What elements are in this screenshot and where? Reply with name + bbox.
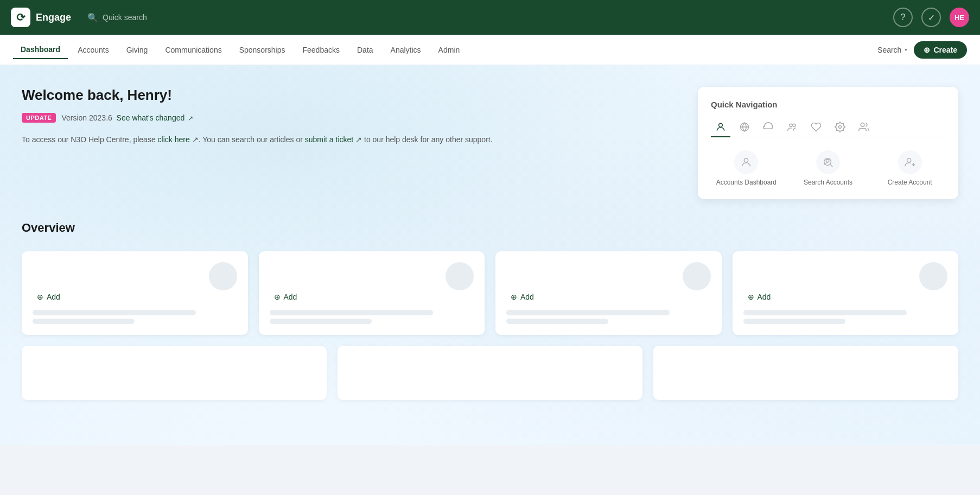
add-label: Add: [758, 293, 771, 301]
avatar-initials: HE: [954, 14, 964, 22]
nav-right: Search ▾ ⊕ Create: [877, 41, 967, 59]
dashboard-card-4: ⊕ Add: [733, 251, 959, 335]
accounts-dashboard-icon: [734, 150, 758, 174]
qn-item-create-account-label: Create Account: [888, 179, 932, 186]
svg-point-2: [790, 124, 792, 126]
dashboard-card-3: ⊕ Add: [495, 251, 722, 335]
card-line: [506, 310, 670, 315]
logo-box: ⟳: [11, 8, 30, 27]
svg-point-8: [826, 160, 829, 163]
qn-item-accounts-dashboard-label: Accounts Dashboard: [716, 179, 777, 186]
create-button[interactable]: ⊕ Create: [914, 41, 967, 59]
help-icon: ?: [901, 12, 906, 22]
content-inner: Welcome back, Henry! UPDATE Version 2023…: [22, 87, 958, 400]
card-2-top: [270, 262, 474, 290]
card-4-add-button[interactable]: ⊕ Add: [743, 290, 948, 303]
add-icon: ⊕: [511, 293, 517, 301]
dashboard-card-7: [653, 346, 958, 400]
qn-item-create-account[interactable]: Create Account: [874, 150, 945, 186]
qn-tab-heart[interactable]: [806, 118, 826, 137]
card-1-circle: [209, 262, 237, 290]
add-label: Add: [284, 293, 297, 301]
create-label: Create: [933, 46, 957, 54]
card-3-circle: [683, 262, 711, 290]
quick-nav-tabs: [711, 118, 945, 137]
card-1-bottom: [33, 310, 237, 324]
cards-row-1: ⊕ Add: [22, 251, 958, 335]
overview-section: Overview ⊕ Add: [22, 221, 958, 400]
qn-item-accounts-dashboard[interactable]: Accounts Dashboard: [711, 150, 782, 186]
external-link-icon-2: ↗: [190, 135, 199, 144]
qn-item-search-accounts-label: Search Accounts: [804, 179, 852, 186]
submit-ticket-link[interactable]: submit a ticket: [305, 135, 353, 144]
qn-tab-group[interactable]: [782, 118, 802, 137]
qn-tab-users[interactable]: [854, 118, 874, 137]
welcome-prefix: Welcome back,: [22, 87, 128, 103]
main-nav: Dashboard Accounts Giving Communications…: [0, 35, 980, 65]
svg-point-0: [719, 123, 723, 127]
avatar[interactable]: HE: [950, 8, 969, 27]
qn-tab-giving[interactable]: [735, 118, 754, 137]
nav-item-communications[interactable]: Communications: [157, 41, 229, 59]
card-4-top: [743, 262, 948, 290]
card-1-add-button[interactable]: ⊕ Add: [33, 290, 237, 303]
welcome-section: Welcome back, Henry! UPDATE Version 2023…: [22, 87, 958, 199]
tasks-button[interactable]: ✓: [921, 8, 941, 27]
card-2-bottom: [270, 310, 474, 324]
external-link-icon: ↗: [188, 115, 193, 122]
svg-point-5: [861, 123, 864, 127]
card-4-bottom: [743, 310, 948, 324]
card-2-circle: [446, 262, 474, 290]
nav-item-feedbacks[interactable]: Feedbacks: [295, 41, 347, 59]
quick-nav-card: Quick Navigation: [698, 87, 958, 199]
external-link-icon-3: ↗: [353, 135, 362, 144]
nav-item-data[interactable]: Data: [349, 41, 381, 59]
svg-point-9: [907, 158, 911, 162]
svg-point-4: [839, 126, 842, 129]
search-nav-label: Search: [877, 46, 901, 54]
dashboard-card-6: [338, 346, 642, 400]
card-2-add-button[interactable]: ⊕ Add: [270, 290, 474, 303]
help-button[interactable]: ?: [893, 8, 913, 27]
help-intro: To access our N3O Help Centre, please: [22, 135, 156, 144]
quick-nav-items: Accounts Dashboard Search Accounts Creat…: [711, 150, 945, 186]
nav-item-admin[interactable]: Admin: [431, 41, 468, 59]
quick-nav-title: Quick Navigation: [711, 100, 945, 109]
search-nav[interactable]: Search ▾: [877, 46, 907, 54]
dashboard-card-1: ⊕ Add: [22, 251, 248, 335]
nav-item-dashboard[interactable]: Dashboard: [13, 41, 68, 59]
add-label: Add: [520, 293, 534, 301]
card-1-top: [33, 262, 237, 290]
nav-item-sponsorships[interactable]: Sponsorships: [232, 41, 293, 59]
qn-item-search-accounts[interactable]: Search Accounts: [793, 150, 864, 186]
card-3-bottom: [506, 310, 711, 324]
update-badge-area: UPDATE Version 2023.6 See what's changed…: [22, 113, 193, 123]
nav-item-analytics[interactable]: Analytics: [383, 41, 429, 59]
dashboard-card-5: [22, 346, 327, 400]
qn-tab-settings[interactable]: [830, 118, 850, 137]
qn-tab-support[interactable]: [759, 118, 778, 137]
update-badge: UPDATE: [22, 113, 56, 123]
dashboard-card-2: ⊕ Add: [259, 251, 485, 335]
click-here-link[interactable]: click here: [158, 135, 190, 144]
nav-item-giving[interactable]: Giving: [119, 41, 156, 59]
top-bar-right: ? ✓ HE: [893, 8, 969, 27]
top-bar: ⟳ Engage 🔍 Quick search ? ✓ HE: [0, 0, 980, 35]
app-name: Engage: [36, 12, 71, 23]
help-text: To access our N3O Help Centre, please cl…: [22, 134, 676, 145]
see-changed-link[interactable]: See what's changed: [117, 113, 185, 122]
card-line: [506, 319, 608, 324]
qn-tab-person[interactable]: [711, 118, 730, 137]
add-label: Add: [47, 293, 60, 301]
quick-search-bar[interactable]: 🔍 Quick search: [87, 12, 147, 23]
card-3-add-button[interactable]: ⊕ Add: [506, 290, 711, 303]
tasks-icon: ✓: [928, 12, 935, 23]
create-icon: ⊕: [924, 46, 930, 54]
search-accounts-icon: [816, 150, 840, 174]
card-line: [743, 319, 845, 324]
nav-item-accounts[interactable]: Accounts: [70, 41, 117, 59]
card-line: [270, 310, 433, 315]
nav-items: Dashboard Accounts Giving Communications…: [13, 41, 877, 59]
card-line: [33, 319, 135, 324]
quick-search-label: Quick search: [103, 13, 147, 22]
